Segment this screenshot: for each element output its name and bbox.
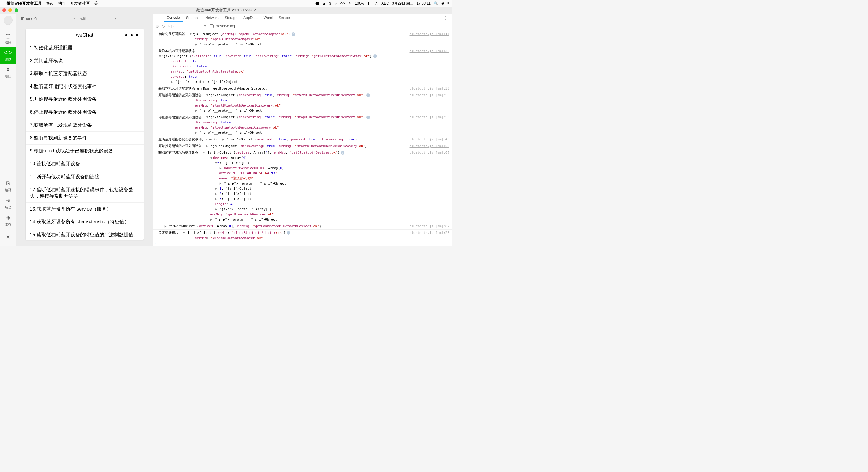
status-icon[interactable]: ⟐ [335,1,337,5]
log-source[interactable]: bluetooth.js [sm]:82 [409,224,450,229]
wifi-icon[interactable]: ᯤ [348,1,352,5]
device-select[interactable]: iPhone 6 ▼ [21,16,75,22]
menubar-item[interactable]: 修改 [46,1,54,6]
list-item[interactable]: 15.读取低功耗蓝牙设备的特征值的二进制数据值。 [26,229,144,240]
tab-console[interactable]: Console [164,14,183,22]
debug-icon: </> [4,50,12,56]
list-item[interactable]: 5.开始搜寻附近的蓝牙外围设备 [26,93,144,106]
list-item[interactable]: 14.获取蓝牙设备所有 characteristic（特征值） [26,215,144,229]
chevron-down-icon: ▼ [204,25,207,28]
list-item[interactable]: 7.获取所有已发现的蓝牙设备 [26,119,144,132]
list-item[interactable]: 12.监听低功耗蓝牙连接的错误事件，包括设备丢失，连接异常断开等等 [26,183,144,203]
input-icon[interactable]: A [375,1,379,5]
console-log-entry[interactable]: bluetooth.js [sm]:50开始搜寻附近的蓝牙外围设备 ▶ "js-… [153,143,452,149]
console-log-entry[interactable]: bluetooth.js [sm]:58停止搜寻附近的蓝牙外围设备 ▼"js-i… [153,114,452,136]
rail-cache[interactable]: ◈ 缓存 [0,212,16,229]
preserve-log-checkbox[interactable]: Preserve log [210,24,235,28]
console-body[interactable]: bluetooth.js [sm]:11初始化蓝牙适配器 ▼"js-i">Obj… [153,30,452,239]
log-source[interactable]: bluetooth.js [sm]:50 [409,143,450,149]
list-item[interactable]: 1.初始化蓝牙适配器 [26,41,144,55]
network-select[interactable]: wifi ▼ [81,16,117,22]
frame-select[interactable]: top [168,24,174,28]
list-item[interactable]: 9.根据 uuid 获取处于已连接状态的设备 [26,145,144,158]
window-zoom-button[interactable] [14,8,18,12]
log-source[interactable]: bluetooth.js [sm]:36 [409,86,450,91]
log-source[interactable]: bluetooth.js [sm]:50 [409,93,450,98]
console-log-entry[interactable]: bluetooth.js [sm]:67获取所有已发现的蓝牙设备 ▼"js-i"… [153,149,452,223]
clear-console-icon[interactable]: ⊘ [155,24,159,28]
element-picker-icon[interactable]: ⬚ [155,16,164,20]
menubar-item[interactable]: 动作 [58,1,66,6]
menubar-app[interactable]: 微信web开发者工具 [7,1,42,6]
status-icon[interactable]: ⊙ [329,1,332,5]
spotlight-icon[interactable]: 🔍 [434,1,438,5]
list-item[interactable]: 13.获取蓝牙设备所有 service（服务） [26,203,144,216]
list-item[interactable]: 3.获取本机蓝牙适配器状态 [26,67,144,80]
tab-sensor[interactable]: Sensor [276,14,293,22]
log-source[interactable]: bluetooth.js [sm]:26 [409,230,450,235]
console-log-entry[interactable]: bluetooth.js [sm]:35获取本机蓝牙适配器状态:▼"js-i">… [153,48,452,85]
rail-project[interactable]: ≡ 项目 [0,64,16,81]
status-icon[interactable]: <·> [340,1,345,5]
menubar-item[interactable]: 关于 [94,1,102,6]
mac-menubar: 微信web开发者工具 修改 动作 开发者社区 关于 ⬤ ▲ ⊙ ⟐ <·> ᯤ … [0,0,452,7]
console-log-entry[interactable]: bluetooth.js [sm]:43监听蓝牙适配器状态变化事件, now i… [153,136,452,143]
console-log-entry[interactable]: bluetooth.js [sm]:26关闭蓝牙模块 ▼"js-i">Objec… [153,230,452,239]
rail-label: 后台 [5,205,11,210]
avatar[interactable] [4,16,13,25]
simulator-panel: iPhone 6 ▼ wifi ▼ weChat ● ● ● 1.初始化蓝牙适配… [16,14,153,246]
battery-icon[interactable]: ▮▯ [368,1,372,5]
phone-frame: weChat ● ● ● 1.初始化蓝牙适配器2.关闭蓝牙模块3.获取本机蓝牙适… [26,29,144,240]
rail-background[interactable]: ⇥ 后台 [0,195,16,212]
list-item[interactable]: 4.监听蓝牙适配器状态变化事件 [26,80,144,93]
rail-close[interactable]: ✕ [0,229,16,246]
console-input[interactable]: › [153,239,452,246]
console-log-entry[interactable]: bluetooth.js [sm]:36获取本机蓝牙适配器状态:errMsg: … [153,85,452,92]
log-source[interactable]: bluetooth.js [sm]:35 [409,49,450,54]
tab-sources[interactable]: Sources [183,14,202,22]
log-source[interactable]: bluetooth.js [sm]:58 [409,115,450,120]
input-method[interactable]: ABC [381,1,389,5]
siri-icon[interactable]: ◉ [441,1,444,5]
rail-compile[interactable]: ⎘ 编译 [0,178,16,195]
preserve-log-input[interactable] [210,24,214,28]
close-icon: ✕ [6,234,10,240]
cache-icon: ◈ [6,214,10,221]
menubar-date: 3月29日 周三 [392,1,413,6]
chevron-down-icon: ▼ [114,17,117,20]
window-minimize-button[interactable] [8,8,12,12]
log-source[interactable]: bluetooth.js [sm]:11 [409,31,450,37]
list-item[interactable]: 6.停止搜寻附近的蓝牙外围设备 [26,106,144,119]
filter-icon[interactable]: ▽ [162,24,165,28]
tab-wxml[interactable]: Wxml [261,14,276,22]
devtools-menu-icon[interactable]: ⋮ [441,16,450,20]
rail-edit[interactable]: ▢ 编辑 [0,30,16,47]
console-log-entry[interactable]: bluetooth.js [sm]:50开始搜寻附近的蓝牙外围设备 ▼"js-i… [153,92,452,114]
menubar-item[interactable]: 开发者社区 [70,1,90,6]
window-titlebar: 微信web开发者工具 v0.15.152802 [0,7,452,14]
tab-network[interactable]: Network [202,14,222,22]
list-item[interactable]: 2.关闭蓝牙模块 [26,55,144,67]
phone-list[interactable]: 1.初始化蓝牙适配器2.关闭蓝牙模块3.获取本机蓝牙适配器状态4.监听蓝牙适配器… [26,41,144,240]
tab-appdata[interactable]: AppData [241,14,261,22]
more-icon[interactable]: ● ● ● [125,32,140,38]
notification-icon[interactable]: ≡ [447,1,450,5]
rail-label: 编辑 [5,40,11,45]
rail-label: 编译 [5,188,11,193]
preserve-log-label: Preserve log [215,24,235,28]
window-close-button[interactable] [2,8,6,12]
list-item[interactable]: 10.连接低功耗蓝牙设备 [26,157,144,170]
log-source[interactable]: bluetooth.js [sm]:43 [409,137,450,142]
log-source[interactable]: bluetooth.js [sm]:67 [409,150,450,155]
list-item[interactable]: 8.监听寻找到新设备的事件 [26,131,144,145]
status-icon[interactable]: ▲ [322,1,326,5]
compile-icon: ⎘ [6,180,10,187]
network-label: wifi [81,16,86,21]
tab-storage[interactable]: Storage [222,14,241,22]
rail-debug[interactable]: </> 调试 [0,47,16,64]
console-log-entry[interactable]: bluetooth.js [sm]:11初始化蓝牙适配器 ▼"js-i">Obj… [153,31,452,48]
console-log-entry[interactable]: bluetooth.js [sm]:82▶ "js-i">Object {dev… [153,223,452,230]
list-item[interactable]: 11.断开与低功耗蓝牙设备的连接 [26,170,144,183]
chevron-down-icon: ▼ [73,17,75,20]
status-icon[interactable]: ⬤ [315,1,319,5]
